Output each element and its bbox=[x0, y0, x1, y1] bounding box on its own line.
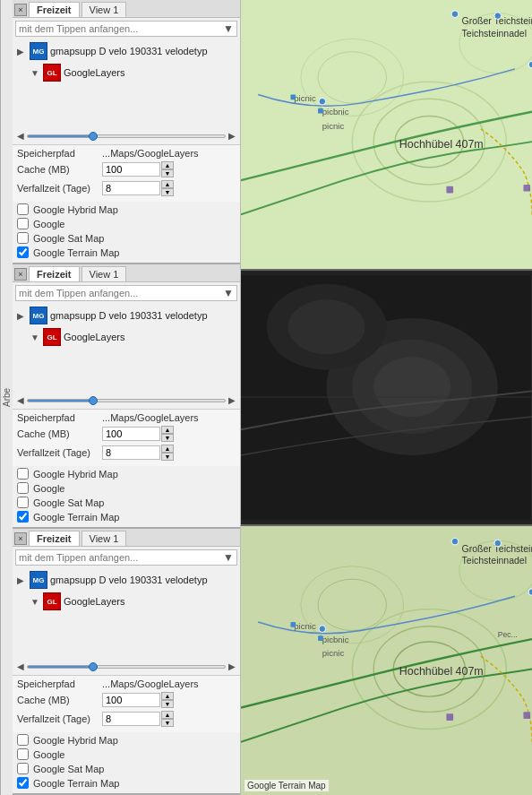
search-input-3[interactable] bbox=[19, 552, 223, 563]
cache-spin-up-2[interactable]: ▲ bbox=[161, 426, 174, 434]
slider-right-2[interactable]: ▶ bbox=[226, 395, 238, 405]
tab-bar-3: × Freizeit View 1 bbox=[13, 529, 240, 547]
verfall-input-2[interactable] bbox=[102, 445, 160, 460]
cache-label-2: Cache (MB) bbox=[17, 428, 102, 439]
tab-view1-1[interactable]: View 1 bbox=[82, 2, 127, 17]
cache-input-2[interactable] bbox=[102, 427, 160, 441]
checkbox-label-sat-3: Google Sat Map bbox=[33, 764, 105, 774]
tree-parent-label-2: gmapsupp D velo 190331 velodetyp bbox=[50, 310, 208, 321]
cache-spin-up-3[interactable]: ▲ bbox=[161, 692, 174, 700]
close-btn-1[interactable]: × bbox=[14, 4, 27, 16]
slider-right-3[interactable]: ▶ bbox=[226, 661, 238, 671]
filter-icon-3[interactable]: ▼ bbox=[223, 551, 234, 564]
tab-bar-1: × Freizeit View 1 bbox=[13, 0, 240, 18]
tab-freizeit-2[interactable]: Freizeit bbox=[29, 266, 80, 281]
checkbox-area-3: Google Hybrid Map Google Google Sat Map … bbox=[13, 732, 240, 793]
checkbox-label-hybrid-1: Google Hybrid Map bbox=[33, 204, 118, 215]
svg-text:picbnic: picbnic bbox=[322, 635, 349, 644]
filter-icon-1[interactable]: ▼ bbox=[223, 22, 234, 35]
tree-parent-2[interactable]: ▶ MG gmapsupp D velo 190331 velodetyp bbox=[14, 305, 238, 326]
slider-thumb-3[interactable] bbox=[89, 662, 98, 671]
verfall-spin-down-2[interactable]: ▼ bbox=[161, 453, 174, 461]
cache-spin-down-3[interactable]: ▼ bbox=[161, 700, 174, 708]
verfall-spin-up-3[interactable]: ▲ bbox=[161, 711, 174, 719]
tree-area-2: ▶ MG gmapsupp D velo 190331 velodetyp ▼ … bbox=[13, 303, 240, 395]
verfall-spin-down-1[interactable]: ▼ bbox=[161, 188, 174, 196]
collapse-arrow-2: ▼ bbox=[30, 333, 43, 342]
checkbox-hybrid-2[interactable] bbox=[17, 468, 29, 480]
checkbox-google-2[interactable] bbox=[17, 482, 29, 494]
slider-right-1[interactable]: ▶ bbox=[226, 131, 238, 141]
map-section-1: Großer Teichstein 410m Teichsteinnadel p… bbox=[241, 0, 532, 271]
checkbox-terrain-3[interactable] bbox=[17, 777, 29, 789]
checkbox-terrain-2[interactable] bbox=[17, 511, 29, 523]
svg-text:Hochhübel 407m: Hochhübel 407m bbox=[399, 665, 484, 678]
checkbox-hybrid-1[interactable] bbox=[17, 203, 29, 215]
slider-track-1[interactable] bbox=[27, 134, 226, 138]
tree-child-1[interactable]: ▼ GL GoogleLayers bbox=[14, 62, 238, 83]
verfall-spin-down-3[interactable]: ▼ bbox=[161, 719, 174, 727]
svg-rect-19 bbox=[446, 186, 453, 194]
svg-text:picnic: picnic bbox=[322, 121, 345, 131]
verfall-input-wrapper-2: ▲ ▼ bbox=[102, 445, 174, 461]
tab-freizeit-1[interactable]: Freizeit bbox=[29, 2, 80, 17]
svg-rect-47 bbox=[318, 635, 323, 641]
prop-row-verfall-1: Verfallzeit (Tage) ▲ ▼ bbox=[17, 180, 236, 196]
checkbox-hybrid-3[interactable] bbox=[17, 734, 29, 746]
svg-rect-20 bbox=[523, 185, 530, 192]
checkbox-sat-1[interactable] bbox=[17, 232, 29, 244]
slider-left-2[interactable]: ◀ bbox=[14, 395, 27, 405]
cache-spin-up-1[interactable]: ▲ bbox=[161, 161, 174, 169]
tree-parent-1[interactable]: ▶ MG gmapsupp D velo 190331 velodetyp bbox=[14, 40, 238, 62]
terrain-svg-2: Großer Teichstein 410m Teichsteinnadel p… bbox=[241, 526, 532, 795]
svg-text:Pec...: Pec... bbox=[498, 630, 518, 639]
tab-freizeit-3[interactable]: Freizeit bbox=[29, 531, 80, 546]
tree-child-3[interactable]: ▼ GL GoogleLayers bbox=[14, 591, 238, 612]
cache-input-1[interactable] bbox=[102, 162, 160, 177]
verfall-input-1[interactable] bbox=[102, 181, 160, 195]
slider-track-2[interactable] bbox=[27, 399, 226, 402]
tree-child-label-3: GoogleLayers bbox=[64, 596, 125, 607]
slider-left-3[interactable]: ◀ bbox=[14, 661, 27, 671]
tree-parent-label-1: gmapsupp D velo 190331 velodetyp bbox=[50, 46, 208, 56]
verfall-spin-1: ▲ ▼ bbox=[161, 180, 174, 196]
svg-rect-46 bbox=[290, 622, 296, 627]
verfall-spin-up-1[interactable]: ▲ bbox=[161, 180, 174, 188]
tree-child-label-2: GoogleLayers bbox=[64, 332, 125, 342]
verfall-label-1: Verfallzeit (Tage) bbox=[17, 183, 102, 194]
filter-icon-2[interactable]: ▼ bbox=[223, 287, 234, 299]
tab-view1-3[interactable]: View 1 bbox=[82, 531, 127, 546]
properties-area-3: Speicherpfad ...Maps/GoogleLayers Cache … bbox=[13, 675, 240, 732]
search-input-2[interactable] bbox=[19, 288, 223, 298]
cache-input-3[interactable] bbox=[102, 693, 160, 707]
checkbox-sat-2[interactable] bbox=[17, 497, 29, 508]
checkbox-row-terrain-3: Google Terrain Map bbox=[17, 777, 236, 789]
slider-thumb-1[interactable] bbox=[89, 132, 98, 141]
left-panel: × Freizeit View 1 ▼ ▶ MG bbox=[13, 0, 241, 795]
svg-rect-50 bbox=[523, 712, 530, 719]
checkbox-google-3[interactable] bbox=[17, 748, 29, 760]
checkbox-label-terrain-3: Google Terrain Map bbox=[33, 778, 119, 789]
checkbox-google-1[interactable] bbox=[17, 218, 29, 229]
slider-left-1[interactable]: ◀ bbox=[14, 131, 27, 141]
gl-icon-3: GL bbox=[43, 592, 61, 610]
slider-thumb-2[interactable] bbox=[89, 396, 98, 405]
prop-row-cache-2: Cache (MB) ▲ ▼ bbox=[17, 426, 236, 442]
checkbox-sat-3[interactable] bbox=[17, 763, 29, 774]
tree-child-2[interactable]: ▼ GL GoogleLayers bbox=[14, 326, 238, 348]
slider-track-3[interactable] bbox=[27, 665, 226, 669]
verfall-spin-up-2[interactable]: ▲ bbox=[161, 445, 174, 453]
checkbox-row-google-1: Google bbox=[17, 218, 236, 229]
cache-spin-down-2[interactable]: ▼ bbox=[161, 434, 174, 442]
checkbox-row-terrain-1: Google Terrain Map bbox=[17, 246, 236, 258]
mg-icon-1: MG bbox=[30, 42, 47, 60]
tree-parent-3[interactable]: ▶ MG gmapsupp D velo 190331 velodetyp bbox=[14, 569, 238, 591]
close-btn-3[interactable]: × bbox=[14, 532, 27, 545]
tab-view1-2[interactable]: View 1 bbox=[82, 266, 127, 281]
cache-spin-down-1[interactable]: ▼ bbox=[161, 169, 174, 177]
checkbox-terrain-1[interactable] bbox=[17, 246, 29, 258]
search-input-1[interactable] bbox=[19, 23, 223, 34]
close-btn-2[interactable]: × bbox=[14, 268, 27, 281]
verfall-input-3[interactable] bbox=[102, 712, 160, 726]
verfall-spin-2: ▲ ▼ bbox=[161, 445, 174, 461]
